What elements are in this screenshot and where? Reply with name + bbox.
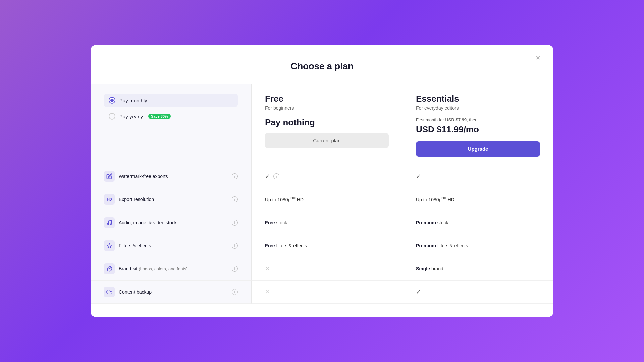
feature-name-2: Audio, image, & video stock — [119, 220, 177, 225]
close-button[interactable]: × — [532, 52, 544, 64]
feature-left-5: Content backup i — [91, 281, 252, 304]
essentials-plan-header: Essentials For everyday editors First mo… — [402, 84, 553, 165]
feature-info-2[interactable]: i — [232, 220, 238, 226]
yearly-radio[interactable] — [109, 113, 115, 120]
feature-essentials-4: Single brand — [402, 257, 553, 281]
feature-info-5[interactable]: i — [232, 289, 238, 295]
essentials-price-main: USD $11.99/mo — [416, 124, 540, 135]
save-badge: Save 30% — [148, 114, 171, 119]
feature-name-1: Export resolution — [119, 197, 154, 202]
svg-point-2 — [109, 268, 110, 269]
essentials-plan-subtitle: For everyday editors — [416, 105, 540, 111]
essentials-plan-name: Essentials — [416, 94, 540, 104]
pay-yearly-option[interactable]: Pay yearly Save 30% — [104, 110, 238, 123]
feature-icon-1: HD — [104, 194, 115, 205]
free-plan-name: Free — [265, 94, 389, 104]
free-plan-subtitle: For beginners — [265, 105, 389, 111]
feature-name-3: Filters & effects — [119, 243, 151, 248]
feature-left-2: Audio, image, & video stock i — [91, 211, 252, 234]
feature-free-1: Up to 1080pHD HD — [252, 188, 402, 211]
svg-point-0 — [107, 223, 109, 225]
feature-info-1[interactable]: i — [232, 196, 238, 202]
modal-header: Choose a plan — [91, 61, 553, 72]
monthly-radio[interactable] — [109, 97, 115, 104]
feature-icon-2 — [104, 217, 115, 228]
feature-essentials-5: ✓ — [402, 281, 553, 304]
feature-free-5: ✕ — [252, 281, 402, 304]
feature-essentials-3: Premium filters & effects — [402, 234, 553, 257]
feature-essentials-1: Up to 1080pHD HD — [402, 188, 553, 211]
feature-left-1: HD Export resolution i — [91, 188, 252, 211]
billing-options: Pay monthly Pay yearly Save 30% — [91, 84, 252, 165]
plan-grid: Pay monthly Pay yearly Save 30% Free For… — [91, 84, 553, 304]
feature-free-2: Free stock — [252, 211, 402, 234]
feature-free-4: ✕ — [252, 257, 402, 281]
free-plan-price: Pay nothing — [265, 117, 389, 128]
feature-info-4[interactable]: i — [232, 266, 238, 272]
feature-name-4: Brand kit (Logos, colors, and fonts) — [119, 266, 188, 272]
pay-monthly-option[interactable]: Pay monthly — [104, 94, 238, 107]
essentials-price-detail: First month for USD $7.99, then — [416, 117, 540, 122]
feature-free-0: ✓ i — [252, 165, 402, 188]
feature-left-3: Filters & effects i — [91, 234, 252, 257]
svg-point-3 — [108, 268, 109, 268]
svg-point-4 — [110, 268, 111, 268]
feature-left-4: Brand kit (Logos, colors, and fonts) i — [91, 257, 252, 281]
current-plan-button: Current plan — [265, 133, 389, 148]
feature-essentials-2: Premium stock — [402, 211, 553, 234]
upgrade-button[interactable]: Upgrade — [416, 141, 540, 157]
monthly-label: Pay monthly — [119, 98, 147, 103]
feature-name-5: Content backup — [119, 289, 152, 295]
modal-title: Choose a plan — [111, 61, 533, 72]
feature-icon-5 — [104, 287, 115, 297]
free-plan-header: Free For beginners Pay nothing Current p… — [252, 84, 402, 165]
yearly-label: Pay yearly — [119, 114, 143, 119]
feature-essentials-0: ✓ — [402, 165, 553, 188]
svg-point-1 — [110, 223, 112, 225]
plan-modal: Choose a plan × Pay monthly Pay yearly S… — [91, 45, 553, 317]
feature-name-0: Watermark-free exports — [119, 174, 168, 179]
feature-info-3[interactable]: i — [232, 243, 238, 249]
feature-left-0: Watermark-free exports i — [91, 165, 252, 188]
feature-icon-3 — [104, 240, 115, 251]
feature-icon-4 — [104, 263, 115, 274]
feature-free-3: Free filters & effects — [252, 234, 402, 257]
feature-info-0[interactable]: i — [232, 173, 238, 179]
feature-icon-0 — [104, 171, 115, 182]
